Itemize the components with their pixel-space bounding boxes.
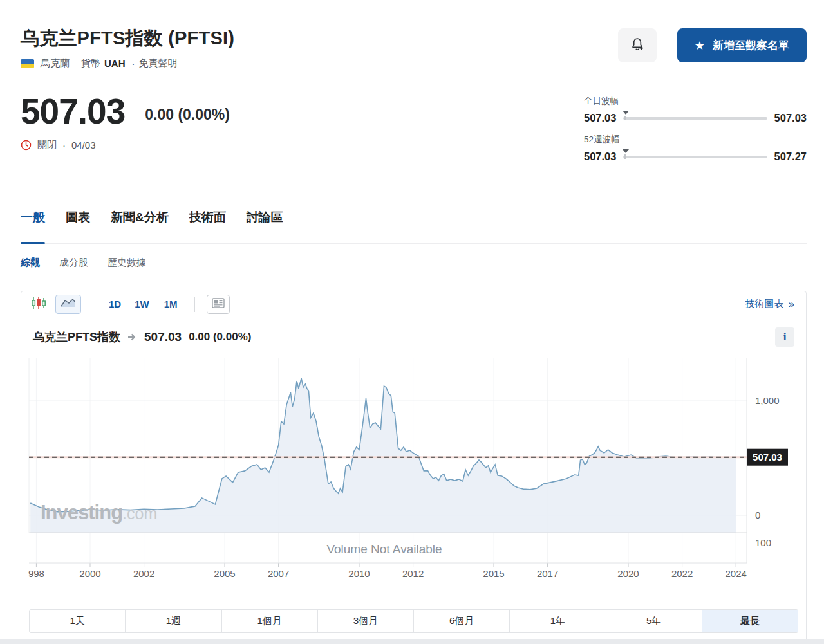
price-change: 0.00 (0.00%) <box>145 106 230 124</box>
chart-last-price: 507.03 <box>144 330 182 344</box>
candlestick-chart-button[interactable] <box>28 295 50 314</box>
star-icon: ★ <box>695 40 705 51</box>
x-tick-label: 2022 <box>671 568 693 579</box>
range-button-1week[interactable]: 1週 <box>125 610 221 632</box>
range-button-1day[interactable]: 1天 <box>30 610 125 632</box>
week52-range-low: 507.03 <box>584 151 616 163</box>
tab-general[interactable]: 一般 <box>21 209 45 243</box>
instrument-meta: 烏克蘭 貨幣 UAH · 免責聲明 <box>21 57 234 69</box>
subtab-components[interactable]: 成分股 <box>59 257 88 269</box>
area-chart-button[interactable] <box>55 295 81 314</box>
price-block: 507.03 0.00 (0.00%) 關閉 · 04/03 <box>21 93 230 163</box>
area-chart-icon <box>60 297 77 311</box>
x-tick-label: 2012 <box>402 568 424 579</box>
chart-card: 1D 1W 1M 技術圖表 » <box>21 291 807 644</box>
quote-section: 507.03 0.00 (0.00%) 關閉 · 04/03 全日波幅 <box>21 93 807 163</box>
create-alert-button[interactable] <box>618 28 657 62</box>
x-tick-label: 2015 <box>483 568 504 579</box>
news-panel-icon <box>212 298 225 310</box>
currency-label: 貨幣 <box>81 57 100 69</box>
day-range-low: 507.03 <box>584 112 616 124</box>
disclaimer-link[interactable]: 免責聲明 <box>139 57 178 69</box>
last-price-tag-text: 507.03 <box>753 452 782 463</box>
chart-header: 乌克兰PFTS指数 507.03 0.00 (0.00%) i <box>21 317 806 354</box>
day-range-marker-icon <box>623 111 629 118</box>
range-button-5years[interactable]: 5年 <box>606 610 702 632</box>
week52-range-slider <box>623 156 767 158</box>
x-tick-label: 2024 <box>726 568 747 579</box>
y-tick-label: 1,000 <box>755 395 780 406</box>
technical-chart-label: 技術圖表 <box>745 298 784 310</box>
currency-code: UAH <box>104 58 126 69</box>
week52-range: 52週波幅 507.03 507.27 <box>584 134 807 163</box>
watchlist-button-label: 新增至觀察名單 <box>713 38 789 53</box>
x-tick-label: 2017 <box>537 568 558 579</box>
chart-news-button[interactable] <box>207 295 230 314</box>
page-title: 乌克兰PFTS指数 (PFTSI) <box>21 27 234 49</box>
day-range-high: 507.03 <box>774 112 807 124</box>
page-bottom-divider <box>0 639 824 644</box>
page-header: 乌克兰PFTS指数 (PFTSI) 烏克蘭 貨幣 UAH · 免責聲明 <box>21 27 807 69</box>
timeframe-1m-button[interactable]: 1M <box>159 297 183 311</box>
quote-date: 04/03 <box>71 140 96 151</box>
week52-range-label: 52週波幅 <box>584 134 807 145</box>
timeframe-1w-button[interactable]: 1W <box>131 296 153 312</box>
range-button-1year[interactable]: 1年 <box>509 610 605 632</box>
title-block: 乌克兰PFTS指数 (PFTSI) 烏克蘭 貨幣 UAH · 免責聲明 <box>21 27 234 69</box>
x-tick-label: 2007 <box>268 568 289 579</box>
tab-discussions[interactable]: 討論區 <box>247 209 283 243</box>
chart-info-button[interactable]: i <box>775 327 794 347</box>
day-range-label: 全日波幅 <box>584 95 807 107</box>
week52-range-high: 507.27 <box>774 151 807 163</box>
range-button-1month[interactable]: 1個月 <box>221 610 317 632</box>
tab-news-analysis[interactable]: 新聞&分析 <box>111 209 169 243</box>
x-tick-label: 2020 <box>617 568 639 579</box>
toolbar-divider <box>93 297 93 312</box>
chart-instrument-name: 乌克兰PFTS指数 <box>33 329 120 345</box>
volume-axis-label: 100 <box>755 537 771 548</box>
sub-tabs: 綜觀 成分股 歷史數據 <box>21 257 807 269</box>
technical-chart-link[interactable]: 技術圖表 » <box>745 298 794 311</box>
add-to-watchlist-button[interactable]: ★ 新增至觀察名單 <box>677 28 807 62</box>
timeframe-1d-button[interactable]: 1D <box>105 296 125 312</box>
day-range: 全日波幅 507.03 507.03 <box>584 95 807 124</box>
x-tick-label: 998 <box>28 568 44 579</box>
price-chart-svg: 9982000200220052007201020122015201720202… <box>21 354 806 584</box>
double-chevron-right-icon: » <box>789 298 794 311</box>
header-actions: ★ 新增至觀察名單 <box>618 28 807 62</box>
candlestick-icon <box>30 295 47 313</box>
main-tabs: 一般 圖表 新聞&分析 技術面 討論區 <box>21 209 807 244</box>
chart-price-change: 0.00 (0.00%) <box>189 331 251 344</box>
tab-chart[interactable]: 圖表 <box>66 209 90 243</box>
ukraine-flag-icon <box>21 59 34 68</box>
day-range-slider <box>623 117 767 120</box>
instrument-page: 乌克兰PFTS指数 (PFTSI) 烏克蘭 貨幣 UAH · 免責聲明 <box>0 0 824 644</box>
range-button-max[interactable]: 最長 <box>702 610 798 632</box>
range-button-3months[interactable]: 3個月 <box>317 610 413 632</box>
meta-separator: · <box>132 58 135 69</box>
subtab-historical-data[interactable]: 歷史數據 <box>108 257 146 269</box>
clock-icon <box>21 140 32 151</box>
range-button-6months[interactable]: 6個月 <box>413 610 509 632</box>
status-separator: · <box>62 140 66 151</box>
arrow-right-icon <box>127 333 137 342</box>
chart-toolbar: 1D 1W 1M 技術圖表 » <box>21 291 806 317</box>
x-tick-label: 2010 <box>348 568 370 579</box>
subtab-overview[interactable]: 綜觀 <box>21 257 40 269</box>
chart-plot-area[interactable]: 9982000200220052007201020122015201720202… <box>21 354 806 584</box>
y-tick-label: 0 <box>755 510 760 520</box>
week52-range-marker-icon <box>623 149 629 156</box>
country-label: 烏克蘭 <box>41 57 70 69</box>
toolbar-divider <box>194 297 195 312</box>
x-tick-label: 2005 <box>214 568 235 579</box>
time-range-buttons: 1天 1週 1個月 3個月 6個月 1年 5年 最長 <box>29 609 798 633</box>
market-status-label: 關閉 <box>37 139 57 151</box>
bell-plus-icon <box>630 37 645 54</box>
tab-technical[interactable]: 技術面 <box>189 209 226 243</box>
last-price: 507.03 <box>21 93 125 130</box>
x-tick-label: 2002 <box>133 568 154 579</box>
market-status: 關閉 · 04/03 <box>21 139 230 151</box>
x-tick-label: 2000 <box>79 568 100 579</box>
ranges-block: 全日波幅 507.03 507.03 52週波幅 507.03 <box>584 95 807 163</box>
